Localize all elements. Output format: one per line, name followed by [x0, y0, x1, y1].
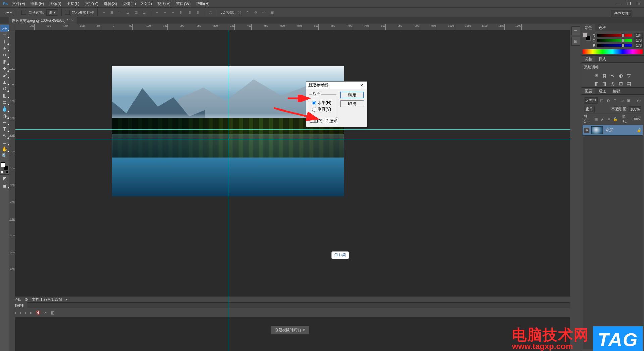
adj-lookup-icon[interactable]: ▤	[626, 81, 632, 87]
window-minimize-icon[interactable]: —	[614, 0, 624, 7]
distribute-bottom-icon[interactable]: ≡	[170, 9, 176, 15]
move-tool-icon[interactable]: ▹+	[0, 25, 9, 32]
menu-select[interactable]: 选择(S)	[101, 1, 120, 7]
align-left-icon[interactable]: ⊏	[125, 9, 131, 15]
step-back-icon[interactable]: ◂	[19, 310, 21, 315]
zoom-tool-icon[interactable]: 🔍	[0, 152, 9, 159]
adj-brightness-icon[interactable]: ☀	[594, 73, 600, 79]
tool-preset-selector[interactable]: ▹+ ▾	[3, 10, 14, 15]
adj-channel-mixer-icon[interactable]: ⊞	[618, 81, 624, 87]
shape-tool-icon[interactable]: ▭	[0, 139, 9, 146]
guide-horizontal-1[interactable]	[15, 129, 570, 130]
mute-icon[interactable]: 🔇	[36, 310, 41, 315]
step-fwd-icon[interactable]: ▸	[30, 310, 32, 315]
ruler-origin[interactable]	[9, 24, 15, 30]
menu-view[interactable]: 视图(V)	[155, 1, 173, 7]
menu-type[interactable]: 文字(Y)	[82, 1, 101, 7]
play-icon[interactable]: ▸	[25, 310, 27, 315]
chevron-down-icon[interactable]: ▾	[303, 328, 305, 332]
tab-adjustments[interactable]: 调整	[581, 56, 595, 62]
path-select-tool-icon[interactable]: ↖	[0, 132, 9, 139]
color-spectrum[interactable]	[583, 49, 643, 54]
lasso-tool-icon[interactable]: ⌇	[0, 38, 9, 45]
blur-tool-icon[interactable]: 💧	[0, 105, 9, 112]
opacity-value[interactable]: 100%	[629, 106, 641, 112]
status-arrow-icon[interactable]: ▸	[66, 297, 68, 302]
align-top-icon[interactable]: ⌐	[101, 9, 107, 15]
distribute-left-icon[interactable]: Ⅲ	[178, 9, 184, 15]
menu-image[interactable]: 图像(I)	[47, 1, 64, 7]
visibility-toggle-icon[interactable]: 👁	[584, 128, 589, 133]
history-panel-icon[interactable]: ≣	[571, 26, 580, 35]
auto-select-dropdown[interactable]: 组 ▾	[46, 9, 58, 16]
eyedropper-tool-icon[interactable]: ⁋	[0, 58, 9, 65]
3d-camera-icon[interactable]: ▣	[269, 9, 275, 15]
align-vcenter-icon[interactable]: ⊟	[109, 9, 115, 15]
layer-name[interactable]: 背景	[605, 128, 613, 133]
color-g-value[interactable]: 178	[634, 38, 643, 43]
history-brush-tool-icon[interactable]: ↺	[0, 85, 9, 92]
ruler-vertical[interactable]: 050100150200250300350400450500550600	[9, 30, 15, 351]
ok-button[interactable]: 确定	[340, 92, 364, 98]
eraser-tool-icon[interactable]: ◧	[0, 92, 9, 99]
filter-toggle-icon[interactable]: ⏻	[636, 98, 641, 103]
quickmask-icon[interactable]: ◩	[0, 175, 9, 182]
tab-color[interactable]: 颜色	[581, 24, 595, 31]
align-right-icon[interactable]: ⊐	[141, 9, 147, 15]
layer-thumbnail[interactable]	[591, 126, 603, 134]
split-icon[interactable]: ✂	[44, 310, 47, 315]
filter-pixel-icon[interactable]: ▢	[599, 98, 604, 103]
distribute-hcenter-icon[interactable]: Ⅲ	[186, 9, 193, 15]
blend-mode-select[interactable]: 正常	[584, 106, 595, 112]
transition-icon[interactable]: ◧	[51, 310, 54, 315]
filter-smart-icon[interactable]: ▣	[626, 98, 631, 103]
distribute-vcenter-icon[interactable]: ≡	[162, 9, 168, 15]
menu-edit[interactable]: 编辑(E)	[28, 1, 47, 7]
menu-file[interactable]: 文件(F)	[9, 1, 28, 7]
3d-roll-icon[interactable]: ↻	[245, 9, 251, 15]
pen-tool-icon[interactable]: ✒	[0, 119, 9, 126]
ruler-horizontal[interactable]: -250-200-150-100-50050100150200250300350…	[15, 24, 570, 30]
filter-shape-icon[interactable]: ▭	[619, 98, 625, 103]
tab-layers[interactable]: 图层	[581, 88, 595, 94]
adj-vibrance-icon[interactable]: ▽	[626, 73, 632, 79]
marquee-tool-icon[interactable]: ▭	[0, 32, 9, 38]
wand-tool-icon[interactable]: ✦	[0, 45, 9, 52]
auto-align-icon[interactable]: ⎍	[208, 9, 214, 15]
dialog-close-icon[interactable]: ✕	[359, 83, 365, 88]
healing-tool-icon[interactable]: ✚	[0, 65, 9, 72]
3d-slide-icon[interactable]: ⇔	[261, 9, 267, 15]
auto-select-checkbox[interactable]	[21, 10, 26, 15]
lock-position-icon[interactable]: ✥	[607, 117, 611, 121]
color-r-value[interactable]: 184	[634, 33, 643, 38]
gradient-tool-icon[interactable]: ▤	[0, 99, 9, 105]
guide-vertical[interactable]	[228, 30, 228, 351]
dodge-tool-icon[interactable]: ◑	[0, 112, 9, 119]
ime-indicator[interactable]: CH♪简	[331, 251, 349, 259]
adj-hue-icon[interactable]: ◧	[594, 81, 600, 87]
properties-panel-icon[interactable]: ⊞	[571, 37, 580, 46]
create-video-timeline-button[interactable]: 创建视频时间轴 ▾	[271, 326, 309, 334]
tab-paths[interactable]: 路径	[609, 88, 624, 94]
menu-window[interactable]: 窗口(W)	[173, 1, 193, 7]
lock-all-icon[interactable]: 🔒	[613, 117, 618, 121]
status-menu-icon[interactable]: ⊙	[25, 297, 28, 302]
menu-help[interactable]: 帮助(H)	[193, 1, 212, 7]
adj-curves-icon[interactable]: ∿	[610, 73, 616, 79]
distribute-top-icon[interactable]: ≡	[154, 9, 160, 15]
foreground-color-swatch[interactable]	[1, 162, 5, 167]
tab-swatches[interactable]: 色板	[595, 24, 609, 31]
lock-trans-icon[interactable]: ▦	[594, 117, 598, 121]
orientation-horizontal[interactable]: 水平(H)	[312, 100, 333, 106]
type-tool-icon[interactable]: T	[0, 126, 9, 132]
tab-styles[interactable]: 样式	[595, 56, 609, 62]
adj-photo-filter-icon[interactable]: ◎	[610, 81, 616, 87]
lock-image-icon[interactable]: 🖌	[600, 117, 605, 121]
guide-horizontal-2[interactable]	[15, 139, 570, 139]
document-tab[interactable]: 图片素材.jpeg @ 100%(RGB/8#) * ✕	[9, 17, 77, 24]
hand-tool-icon[interactable]: ✋	[0, 146, 9, 152]
color-swatch[interactable]	[0, 162, 9, 174]
filter-adjustment-icon[interactable]: ◐	[606, 98, 611, 103]
cancel-button[interactable]: 取消	[340, 100, 364, 107]
window-maximize-icon[interactable]: ❐	[624, 0, 634, 7]
